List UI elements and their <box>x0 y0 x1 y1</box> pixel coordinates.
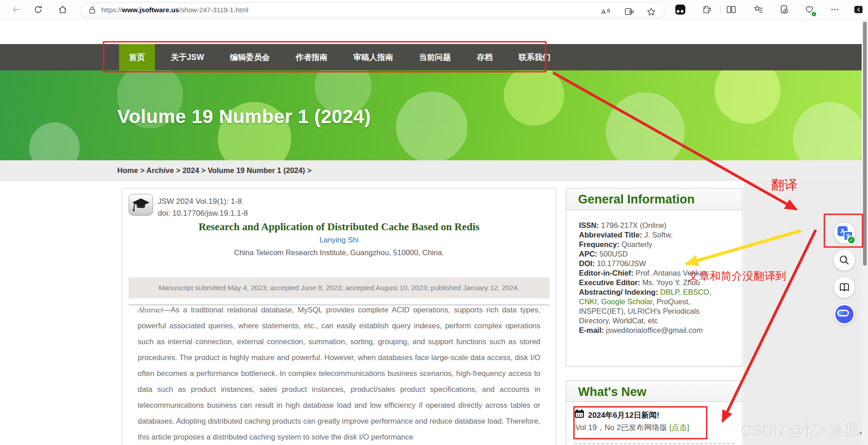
general-info-heading: General Information <box>566 188 743 207</box>
whats-new-heading: What's New <box>566 381 743 399</box>
news-item-text: Vol 19，No 2已发布网络版 [点击] <box>574 421 734 434</box>
breadcrumb-separator: > <box>305 166 311 174</box>
browser-essentials-icon[interactable]: ✓ <box>804 4 815 15</box>
volume-banner: Volume 19 Number 1 (2024) <box>0 70 868 160</box>
back-icon[interactable] <box>11 4 22 15</box>
url-scheme: https:// <box>101 6 122 14</box>
gi-row-email: E-mail: jsweditorialoffice@gmail.com <box>579 326 729 335</box>
breadcrumb-item-4[interactable]: Volume 19 Number 1 (2024) <box>208 166 305 174</box>
scrollbar-thumb[interactable] <box>863 22 867 266</box>
banner-title: Volume 19 Number 1 (2024) <box>117 106 371 128</box>
browser-toolbar: https://www.jsoftware.us/show-247-3119-1… <box>0 0 868 20</box>
favorite-star-icon[interactable] <box>646 6 657 17</box>
gi-row-doi: DOI: 10.17706/JSW <box>579 259 729 268</box>
translate-button[interactable]: A 文 ✓ <box>834 222 855 243</box>
whats-new-body: 2024年6月12日新闻! Vol 19，No 2已发布网络版 [点击] <box>566 402 743 434</box>
nav-item-3[interactable]: 编辑委员会 <box>220 44 280 70</box>
gi-row-indexing: Abstracting/ Indexing: DBLP, EBSCO, CNKI… <box>579 287 729 326</box>
gi-row-issn: ISSN: 1796-217X (Online) <box>579 221 729 230</box>
site-navbar: 首页关于JSW编辑委员会作者指南审稿人指南当前问题存档联系我们 <box>0 44 868 70</box>
dark-extension-icon[interactable] <box>675 5 685 15</box>
calendar-icon <box>574 409 584 421</box>
more-options-icon[interactable] <box>829 4 840 15</box>
search-icon <box>839 255 850 266</box>
general-info-panel: General Information ISSN: 1796-217X (Onl… <box>566 188 743 366</box>
breadcrumb-item-3[interactable]: 2024 <box>182 166 199 174</box>
article-meta: JSW 2024 Vol.19(1): 1-8 doi: 10.17706/js… <box>158 196 248 219</box>
translate-check-badge: ✓ <box>847 236 856 244</box>
essentials-check-badge: ✓ <box>812 12 816 16</box>
news-item-title: 2024年6月12日新闻! <box>574 409 734 421</box>
nav-item-6[interactable]: 当前问题 <box>409 44 461 70</box>
breadcrumb-item-2[interactable]: Archive <box>146 166 174 174</box>
gi-row-editor: Editor-in-Chief: Prof. Antanas Verikas <box>579 268 729 278</box>
nav-item-4[interactable]: 作者指南 <box>285 44 337 70</box>
refresh-icon[interactable] <box>33 4 44 15</box>
nav-item-7[interactable]: 存档 <box>467 44 503 70</box>
url-host: www.jsoftware.us <box>122 6 179 14</box>
browser-window: https://www.jsoftware.us/show-247-3119-1… <box>0 0 868 445</box>
breadcrumb-bar: Home > Archive > 2024 > Volume 19 Number… <box>0 160 868 181</box>
favorites-list-icon[interactable] <box>753 4 764 15</box>
svg-text:A: A <box>601 8 606 15</box>
mask-extension-button[interactable] <box>834 304 855 325</box>
nav-menu: 首页关于JSW编辑委员会作者指南审稿人指南当前问题存档联系我们 <box>119 44 566 70</box>
article-panel: JSW 2024 Vol.19(1): 1-8 doi: 10.17706/js… <box>122 188 556 445</box>
article-author-link[interactable]: Lanying Shi <box>122 236 556 244</box>
graduation-cap-icon <box>129 194 153 216</box>
article-doi-line: doi: 10.17706/jsw.19.1.1-8 <box>158 208 248 219</box>
whats-new-header: What's New <box>566 381 743 402</box>
breadcrumb-item-1[interactable]: Home <box>117 166 138 174</box>
indexing-link-google-scholar[interactable]: Google Scholar <box>601 297 653 306</box>
gi-row-abbrev: Abbreviated Title: J. Softw. <box>579 230 729 240</box>
csdn-watermark: CSDN @忆~遂愿 <box>741 420 860 441</box>
article-title: Research and Application of Distributed … <box>122 221 556 233</box>
url-path: /show-247-3119-1.html <box>179 6 248 14</box>
nav-item-1[interactable]: 首页 <box>119 44 155 70</box>
home-icon[interactable] <box>57 4 68 15</box>
breadcrumb-separator: > <box>138 166 146 174</box>
reading-list-button[interactable] <box>834 277 855 298</box>
url-text: https://www.jsoftware.us/show-247-3119-1… <box>101 6 248 14</box>
article-affiliation: China Telecom Research Institute, Guangz… <box>122 248 556 257</box>
breadcrumb-separator: > <box>199 166 208 174</box>
nav-item-8[interactable]: 联系我们 <box>509 44 560 70</box>
article-vol-line: JSW 2024 Vol.19(1): 1-8 <box>158 196 248 208</box>
sidebar-toggle-icon[interactable] <box>853 4 864 15</box>
whats-new-panel: What's New 2024年6月12日新闻! Vol 19，No 2已发布网… <box>566 381 743 445</box>
manuscript-dates: Manuscript submitted May 4, 2023; accept… <box>129 277 549 298</box>
general-info-body: ISSN: 1796-217X (Online) Abbreviated Tit… <box>566 210 743 335</box>
scrollbar-track[interactable] <box>862 19 868 445</box>
read-aloud-icon[interactable]: A <box>599 6 610 17</box>
nav-item-2[interactable]: 关于JSW <box>161 44 214 70</box>
sidebar-search-button[interactable] <box>834 250 855 271</box>
news-date: 2024年6月12日新闻! <box>588 410 659 421</box>
abstract-text: —As a traditional relational database, M… <box>138 306 540 441</box>
collections-icon[interactable] <box>778 4 789 15</box>
indexing-link-ebsco[interactable]: EBSCO <box>683 288 709 296</box>
immersive-reader-icon[interactable] <box>624 6 634 17</box>
extensions-puzzle-icon[interactable] <box>701 4 712 15</box>
book-icon <box>839 282 850 293</box>
news-click-link[interactable]: [点击] <box>669 423 689 432</box>
gi-row-frequency: Frequency: Quarterly <box>579 240 729 249</box>
split-screen-icon[interactable] <box>726 4 737 15</box>
toolbar-divider <box>720 5 721 14</box>
article-abstract: Abstract—As a traditional relational dat… <box>138 302 540 445</box>
news-dashed-divider <box>574 443 734 444</box>
gi-row-exec-editor: Executive Editor: Ms. Yoyo Y. Zhou <box>579 278 729 287</box>
gi-row-apc: APC: 500USD <box>579 249 729 259</box>
breadcrumb: Home > Archive > 2024 > Volume 19 Number… <box>117 160 311 180</box>
lock-icon <box>89 6 96 16</box>
indexing-link-cnki[interactable]: CNKI <box>579 297 597 306</box>
nav-item-5[interactable]: 审稿人指南 <box>343 44 403 70</box>
general-info-header: General Information <box>566 188 743 210</box>
breadcrumb-separator: > <box>174 166 183 174</box>
abstract-label: Abstract <box>138 306 163 314</box>
indexing-link-dblp[interactable]: DBLP <box>660 288 679 296</box>
url-bar[interactable]: https://www.jsoftware.us/show-247-3119-1… <box>80 2 666 18</box>
